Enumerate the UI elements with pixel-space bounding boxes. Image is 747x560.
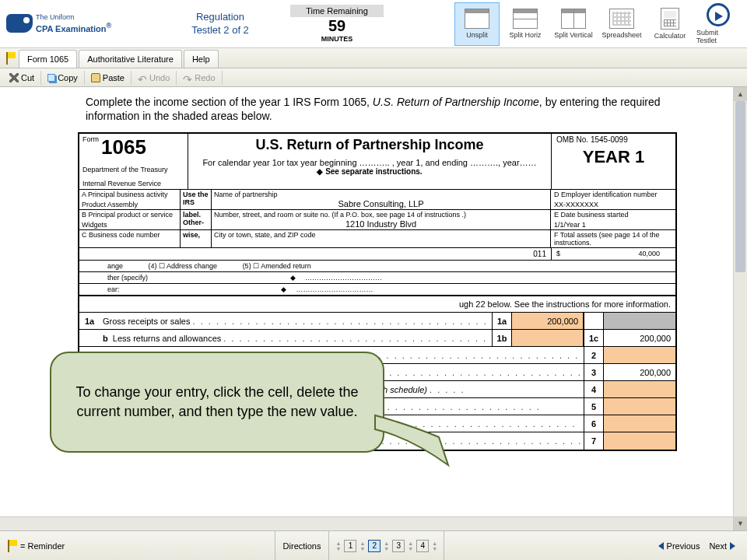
undo-button[interactable]: Undo bbox=[132, 71, 177, 85]
split-horiz-button[interactable]: Split Horiz bbox=[503, 2, 548, 46]
spreadsheet-button[interactable]: Spreadsheet bbox=[599, 2, 644, 46]
timer-unit: MINUTES bbox=[279, 35, 395, 43]
logo-text: The Uniform CPA Examination® bbox=[36, 14, 111, 33]
submit-icon bbox=[707, 3, 730, 26]
tab-help[interactable]: Help bbox=[184, 50, 219, 68]
calculator-button[interactable]: Calculator bbox=[647, 2, 693, 46]
undo-icon bbox=[138, 73, 147, 82]
field-a-value: Product Assembly bbox=[82, 198, 177, 208]
horizontal-scrollbar[interactable] bbox=[0, 516, 733, 530]
tax-year: YEAR 1 bbox=[556, 147, 671, 167]
vertical-scrollbar[interactable]: ▲ ▼ bbox=[733, 87, 747, 530]
page-2[interactable]: 2 bbox=[368, 540, 381, 552]
redo-icon bbox=[183, 73, 192, 82]
page-arrows-icon: ▲▼ bbox=[384, 541, 389, 551]
timer-value: 59 bbox=[279, 17, 395, 35]
scroll-thumb[interactable] bbox=[735, 101, 745, 272]
date-started: 1/1/Year 1 bbox=[554, 219, 672, 229]
cut-button[interactable]: Cut bbox=[3, 71, 41, 85]
form-number: 1065 bbox=[101, 135, 146, 159]
input-1a[interactable]: 200,000 bbox=[512, 313, 584, 329]
top-toolbar: The Uniform CPA Examination® Regulation … bbox=[0, 0, 747, 48]
copy-button[interactable]: Copy bbox=[41, 71, 85, 85]
unsplit-button[interactable]: Unsplit bbox=[454, 2, 500, 46]
spreadsheet-icon bbox=[609, 9, 634, 29]
input-7[interactable] bbox=[604, 432, 675, 450]
directions-button[interactable]: Directions bbox=[275, 531, 330, 560]
document-tabs: Form 1065 Authoritative Literature Help bbox=[0, 48, 747, 68]
tooltip-callout: To change your entry, click the cell, de… bbox=[50, 352, 384, 453]
unsplit-icon bbox=[465, 9, 489, 29]
paste-icon bbox=[91, 73, 100, 82]
form-title: U.S. Return of Partnership Income bbox=[191, 137, 548, 153]
cpa-logo-icon bbox=[6, 14, 33, 33]
scroll-down-icon[interactable]: ▼ bbox=[734, 516, 747, 530]
tab-form-1065[interactable]: Form 1065 bbox=[19, 50, 77, 68]
input-5[interactable] bbox=[604, 398, 675, 415]
calculator-icon bbox=[661, 8, 679, 30]
page-1[interactable]: 1 bbox=[344, 540, 356, 552]
chevron-left-icon bbox=[654, 542, 664, 550]
form-label: Form bbox=[82, 135, 99, 143]
city-partial: 011 bbox=[79, 248, 551, 260]
other-specify-row: ther (specify) ◆ …………………………… bbox=[79, 272, 675, 284]
instructions-text: Complete the income section of the year … bbox=[86, 95, 708, 123]
input-6[interactable] bbox=[604, 415, 675, 432]
split-vert-button[interactable]: Split Vertical bbox=[551, 2, 596, 46]
timer: Time Remaining 59 MINUTES bbox=[279, 5, 395, 43]
paste-button[interactable]: Paste bbox=[85, 71, 132, 85]
edit-toolbar: Cut Copy Paste Undo Redo bbox=[0, 68, 747, 87]
copy-icon bbox=[47, 74, 55, 82]
line-1a: 1a Gross receipts or sales . . . . . . .… bbox=[79, 313, 675, 330]
page-arrows-icon: ▲▼ bbox=[408, 541, 413, 551]
input-4[interactable] bbox=[604, 381, 675, 397]
ein-value: XX-XXXXXXX bbox=[554, 198, 672, 208]
split-horiz-icon bbox=[513, 9, 538, 29]
page-4[interactable]: 4 bbox=[416, 540, 429, 552]
year-row: ear: ◆ …………………………… bbox=[79, 284, 675, 296]
flag-icon[interactable] bbox=[6, 52, 16, 65]
submit-testlet-button[interactable]: Submit Testlet bbox=[696, 2, 741, 46]
view-tools: Unsplit Split Horiz Split Vertical Sprea… bbox=[454, 2, 741, 46]
logo: The Uniform CPA Examination® bbox=[6, 14, 162, 33]
see-instructions: ◆ See separate instructions. bbox=[191, 167, 548, 176]
address-value: 1210 Industry Blvd bbox=[214, 219, 548, 229]
split-vert-icon bbox=[561, 9, 586, 29]
page-arrows-icon: ▲▼ bbox=[432, 541, 437, 551]
field-b-value: Widgets bbox=[82, 219, 177, 229]
page-arrows-icon: ▲▼ bbox=[335, 541, 341, 551]
irs-label: Internal Revenue Service bbox=[82, 180, 184, 187]
redo-button[interactable]: Redo bbox=[177, 71, 222, 85]
tab-authoritative-literature[interactable]: Authoritative Literature bbox=[79, 50, 182, 68]
cut-icon bbox=[9, 73, 19, 82]
testlet-info: Regulation Testlet 2 of 2 bbox=[162, 11, 279, 37]
page-navigator: ▲▼ 1 ▲▼ 2 ▲▼ 3 ▲▼ 4 ▲▼ bbox=[329, 531, 444, 560]
form-subtitle: For calendar year 1or tax year beginning… bbox=[191, 158, 548, 167]
next-button[interactable]: Next bbox=[709, 541, 739, 551]
value-1c: 200,000 bbox=[604, 330, 675, 346]
input-1b[interactable] bbox=[512, 330, 584, 346]
bottom-toolbar: = Reminder Directions ▲▼ 1 ▲▼ 2 ▲▼ 3 ▲▼ … bbox=[0, 530, 747, 560]
reminder-legend: = Reminder bbox=[8, 540, 65, 552]
dept-treasury: Department of the Treasury bbox=[82, 166, 184, 173]
scroll-up-icon[interactable]: ▲ bbox=[734, 87, 747, 101]
page-arrows-icon: ▲▼ bbox=[359, 541, 365, 551]
flag-icon bbox=[8, 540, 17, 552]
scroll-area[interactable]: Complete the income section of the year … bbox=[0, 87, 747, 530]
value-3: 200,000 bbox=[604, 364, 675, 380]
input-2[interactable] bbox=[604, 347, 675, 363]
checkbox-row: ange (4) ☐ Address change (5) ☐ Amended … bbox=[79, 261, 675, 272]
omb-number: OMB No. 1545-0099 bbox=[556, 135, 671, 144]
page-3[interactable]: 3 bbox=[392, 540, 405, 552]
content-area: Complete the income section of the year … bbox=[0, 87, 747, 530]
chevron-right-icon bbox=[730, 542, 739, 550]
caution-text: ugh 22 below. See the instructions for m… bbox=[79, 296, 675, 313]
partnership-name: Sabre Consulting, LLP bbox=[214, 198, 548, 208]
line-1b: b Less returns and allowances . . . . . … bbox=[79, 330, 675, 347]
previous-button[interactable]: Previous bbox=[654, 541, 700, 551]
total-assets: 40,000 bbox=[638, 250, 660, 258]
timer-label: Time Remaining bbox=[290, 5, 384, 17]
